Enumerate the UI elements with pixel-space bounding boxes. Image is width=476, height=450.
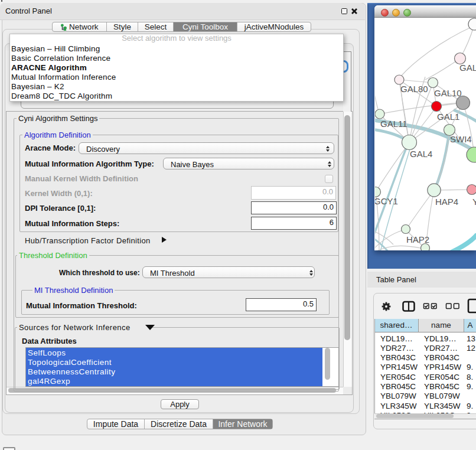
svg-text:HAP2: HAP2 <box>406 234 429 244</box>
svg-text:SWI4: SWI4 <box>450 134 472 144</box>
svg-text:GAL80: GAL80 <box>400 84 428 94</box>
svg-text:GAL11: GAL11 <box>380 119 407 129</box>
svg-text:Y: Y <box>472 197 476 207</box>
svg-text:GAL1: GAL1 <box>437 112 459 122</box>
svg-text:GAL: GAL <box>459 63 476 73</box>
svg-text:GAL10: GAL10 <box>434 88 462 98</box>
svg-text:GCY1: GCY1 <box>375 196 398 206</box>
svg-text:GAL4: GAL4 <box>410 149 432 159</box>
svg-text:HAP4: HAP4 <box>435 197 458 207</box>
